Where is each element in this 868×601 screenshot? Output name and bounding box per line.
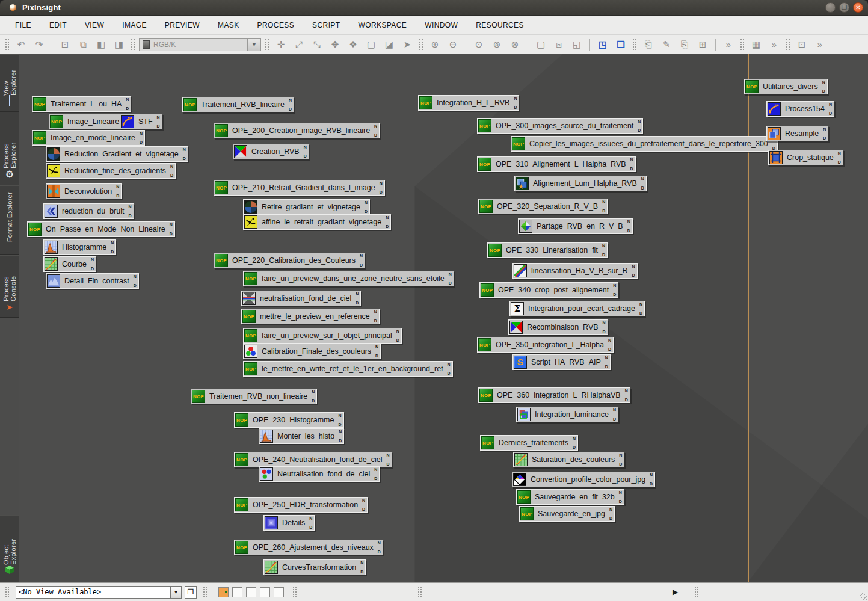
shrink-mode-icon[interactable]: ⤡ — [308, 38, 326, 51]
statusbar-grip[interactable] — [203, 586, 208, 598]
instance-d-handle[interactable]: D — [602, 209, 605, 213]
instance-d-handle[interactable]: D — [374, 133, 377, 137]
instance-d-handle[interactable]: D — [641, 186, 644, 190]
pointer-icon[interactable]: ➤ — [398, 38, 416, 51]
process-icon-item[interactable]: DetailsND — [263, 515, 315, 531]
instance-n-handle[interactable]: N — [448, 362, 451, 366]
zoom-out-icon[interactable]: ⊖ — [444, 38, 462, 51]
monitor-icon[interactable]: ⊡ — [793, 38, 811, 51]
instance-d-handle[interactable]: D — [362, 507, 365, 511]
process-icon-item[interactable]: NOPOPE_330_Linerarisation_fitND — [487, 242, 608, 258]
instance-d-handle[interactable]: D — [365, 209, 368, 214]
window-left-icon[interactable]: ◧ — [92, 38, 110, 51]
menu-item-window[interactable]: WINDOW — [416, 17, 467, 33]
instance-n-handle[interactable]: N — [829, 102, 832, 106]
canvas[interactable]: NOPTraitement_L_ou_HANDNOPImage_Lineaire… — [19, 54, 868, 582]
redo-icon[interactable]: ↷ — [30, 38, 48, 51]
menu-item-edit[interactable]: EDIT — [40, 17, 76, 33]
instance-d-handle[interactable]: D — [650, 482, 653, 486]
menu-item-file[interactable]: FILE — [6, 17, 40, 33]
instance-d-handle[interactable]: D — [602, 253, 605, 257]
menu-item-script[interactable]: SCRIPT — [303, 17, 349, 33]
process-icon-item[interactable]: Alignement_Lum_Halpha_RVBND — [514, 176, 647, 191]
instance-n-handle[interactable]: N — [602, 200, 605, 204]
instance-n-handle[interactable]: N — [514, 96, 517, 100]
dock-tab-process-explorer[interactable]: Process Explorer⚙ — [0, 112, 19, 185]
window-right-icon[interactable]: ◨ — [110, 38, 128, 51]
instance-d-handle[interactable]: D — [632, 273, 635, 277]
instance-n-handle[interactable]: N — [111, 241, 114, 245]
toolbar-grip[interactable] — [740, 39, 745, 51]
process-icon-item[interactable]: Reduction_Gradient_et_vignetageND — [46, 146, 188, 162]
process-icon-item[interactable]: NOPOPE_260_Ajustement_des_niveauxND — [234, 540, 383, 555]
process-icon-item[interactable]: Reduction_fine_des_gradientsND — [46, 163, 176, 179]
select-multiple-icon[interactable]: ⧈ — [550, 38, 568, 51]
instance-d-handle[interactable]: D — [91, 267, 94, 271]
instance-d-handle[interactable]: D — [514, 105, 517, 109]
toolbar-grip[interactable] — [419, 39, 423, 51]
instance-d-handle[interactable]: D — [116, 194, 119, 198]
instance-n-handle[interactable]: N — [638, 119, 641, 123]
instance-d-handle[interactable]: D — [608, 347, 611, 351]
workspace-thumbnail-3[interactable] — [246, 587, 256, 597]
process-icon-item[interactable]: NOPOPE_350_integration_L_HalphaND — [477, 337, 614, 353]
process-icon-item[interactable]: NOPOPE_320_Separation_R_V_BND — [478, 199, 608, 214]
instance-n-handle[interactable]: N — [91, 257, 94, 262]
edit-preview-icon[interactable]: ◪ — [380, 38, 398, 51]
instance-n-handle[interactable]: N — [625, 389, 628, 393]
resize-grip[interactable] — [860, 593, 867, 600]
overflow-chevron-icon[interactable]: » — [765, 38, 783, 51]
process-icon-item[interactable]: NOPSauvegarde_en_fit_32bND — [516, 489, 624, 505]
browse-instance-icon[interactable]: ⎘ — [676, 38, 694, 51]
menu-item-resources[interactable]: RESOURCES — [467, 17, 533, 33]
track-view-icon[interactable]: ✛ — [272, 38, 290, 51]
instance-n-handle[interactable]: N — [374, 310, 377, 314]
process-icon-item[interactable]: NOPOPE_240_Neutralisation_fond_de_cielND — [234, 452, 392, 467]
process-icon-item[interactable]: affine_le_retrait_gradiant_vignetageND — [243, 214, 391, 230]
process-icon-item[interactable]: NOPDerniers_traitementsND — [480, 435, 578, 451]
instance-n-handle[interactable]: N — [602, 244, 605, 248]
instance-n-handle[interactable]: N — [362, 498, 365, 502]
instance-n-handle[interactable]: N — [609, 507, 612, 511]
select-resize-icon[interactable]: ◱ — [568, 38, 586, 51]
menu-item-process[interactable]: PROCESS — [248, 17, 303, 33]
new-window-icon[interactable]: ⧉ — [74, 38, 92, 51]
workspace-thumbnail-5[interactable] — [274, 587, 284, 597]
instance-n-handle[interactable]: N — [619, 490, 622, 495]
process-icon-item[interactable]: Detail_Fin_contrastND — [46, 273, 139, 289]
process-icon-item[interactable]: NOPOPE_200_Creation_image_RVB_lineaireND — [214, 123, 380, 138]
instance-d-handle[interactable]: D — [360, 263, 363, 267]
process-icon-item[interactable]: Retire_gradiant_et_vignetageND — [243, 199, 370, 215]
dock-tab-view-explorer[interactable]: View Explorer — [0, 54, 19, 112]
instance-n-handle[interactable]: N — [386, 215, 389, 220]
instance-d-handle[interactable]: D — [183, 156, 186, 161]
process-icon-item[interactable]: Recombinaison_RVBND — [508, 319, 608, 335]
instance-d-handle[interactable]: D — [338, 422, 341, 427]
instance-d-handle[interactable]: D — [822, 89, 825, 93]
instance-n-handle[interactable]: N — [360, 561, 363, 565]
process-icon-item[interactable]: Process154ND — [766, 101, 834, 117]
workspace-thumbnail-2[interactable] — [232, 587, 242, 597]
process-icon-item[interactable]: CourbeND — [43, 256, 96, 272]
maximize-button[interactable]: ❐ — [839, 2, 849, 13]
instance-n-handle[interactable]: N — [116, 185, 119, 189]
process-icon-item[interactable]: Creation_RVBND — [233, 144, 309, 159]
menu-item-mask[interactable]: MASK — [209, 17, 248, 33]
process-icon-item[interactable]: linearisation_Ha_V_B_sur_RND — [512, 263, 638, 279]
pan-mode-icon[interactable]: ✥ — [326, 38, 344, 51]
instance-n-handle[interactable]: N — [360, 254, 363, 258]
background-pattern-icon[interactable]: ▦ — [747, 38, 765, 51]
process-icon-item[interactable]: NOPfaire_un_preview_sur_l_objet_principa… — [243, 328, 402, 344]
instance-d-handle[interactable]: D — [129, 214, 132, 218]
toolbar-grip[interactable] — [131, 39, 135, 51]
zoom-1-1-icon[interactable]: ⊙ — [470, 38, 488, 51]
dock-tab-process-console[interactable]: Process Console➤ — [0, 255, 19, 318]
new-instance-icon[interactable]: ⎗ — [639, 38, 657, 51]
process-icon-item[interactable]: NOPOPE_310_Alignement_L_Halpha_RVBND — [477, 156, 636, 172]
instance-d-handle[interactable]: D — [603, 330, 606, 334]
menu-item-workspace[interactable]: WORKSPACE — [349, 17, 416, 33]
instance-n-handle[interactable]: N — [573, 436, 576, 440]
instance-n-handle[interactable]: N — [630, 158, 633, 162]
instance-d-handle[interactable]: D — [339, 439, 342, 443]
instance-n-handle[interactable]: N — [365, 200, 368, 205]
